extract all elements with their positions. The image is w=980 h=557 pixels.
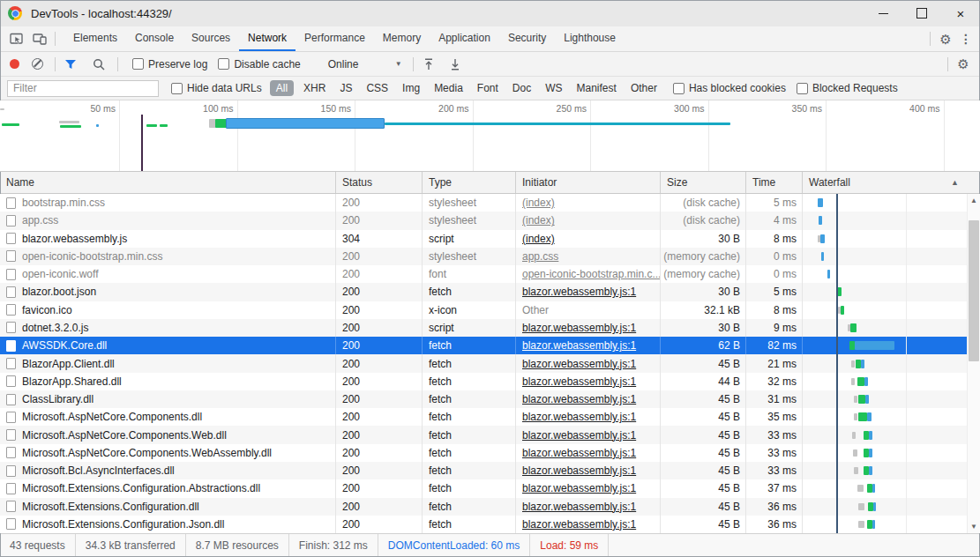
column-header-initiator[interactable]: Initiator [516,172,661,193]
blocked-requests-checkbox[interactable]: Blocked Requests [797,82,898,94]
initiator-link[interactable]: (index) [522,197,555,209]
timeline-gridline [119,100,120,171]
tab-lighthouse[interactable]: Lighthouse [555,26,625,51]
filter-pill-all[interactable]: All [270,80,294,96]
tab-network[interactable]: Network [239,26,295,51]
table-row[interactable]: Microsoft.Extensions.Configuration.Json.… [0,516,980,533]
table-row[interactable]: Microsoft.AspNetCore.Components.WebAssem… [0,444,980,462]
sort-ascending-icon: ▲ [951,178,959,187]
hide-data-urls-checkbox[interactable]: Hide data URLs [171,82,262,94]
scroll-up-button[interactable]: ▲ [968,194,980,207]
initiator-link[interactable]: blazor.webassembly.js:1 [522,447,636,459]
filter-pill-other[interactable]: Other [626,80,662,96]
cell-time: 36 ms [746,498,803,516]
search-button[interactable] [87,54,110,75]
disable-cache-checkbox[interactable]: Disable cache [218,58,300,71]
table-row[interactable]: Microsoft.Bcl.AsyncInterfaces.dll200fetc… [0,462,980,479]
filter-pill-media[interactable]: Media [430,80,468,96]
throttling-select[interactable]: Online ▼ [328,58,402,71]
table-row[interactable]: Microsoft.Extensions.Configuration.Abstr… [0,479,980,497]
cell-waterfall [803,319,980,337]
table-row[interactable]: bootstrap.min.css200stylesheet(index)(di… [0,194,980,212]
more-options-button[interactable]: ⋮ [957,28,980,49]
initiator-link[interactable]: blazor.webassembly.js:1 [522,429,636,442]
column-header-type[interactable]: Type [423,172,516,193]
tab-memory[interactable]: Memory [374,26,430,51]
table-row[interactable]: BlazorApp.Client.dll200fetchblazor.webas… [0,354,980,372]
tab-elements[interactable]: Elements [64,26,126,51]
device-toolbar-button[interactable] [28,28,51,49]
initiator-link[interactable]: (index) [522,214,555,227]
preserve-log-label: Preserve log [148,58,207,71]
clear-button[interactable] [32,58,43,70]
initiator-link[interactable]: blazor.webassembly.js:1 [522,358,636,370]
minimize-button[interactable] [864,0,902,26]
import-har-button[interactable] [417,54,440,75]
column-header-size[interactable]: Size [661,172,746,193]
export-har-button[interactable] [444,54,467,75]
tab-console[interactable]: Console [126,26,183,51]
initiator-link[interactable]: blazor.webassembly.js:1 [522,411,636,423]
scrollbar-thumb[interactable] [969,220,979,361]
status-bar-item: 43 requests [0,534,76,557]
record-button[interactable] [10,59,19,69]
close-button[interactable]: × [941,0,980,26]
table-row[interactable]: blazor.webassembly.js304script(index)30 … [0,230,980,248]
initiator-link[interactable]: blazor.webassembly.js:1 [522,286,636,298]
tab-performance[interactable]: Performance [295,26,374,51]
filter-pill-manifest[interactable]: Manifest [572,80,621,96]
filter-pill-css[interactable]: CSS [362,80,393,96]
table-row[interactable]: Microsoft.AspNetCore.Components.Web.dll2… [0,426,980,443]
cell-status: 200 [336,373,423,390]
filter-pill-doc[interactable]: Doc [508,80,535,96]
table-row[interactable]: BlazorApp.Shared.dll200fetchblazor.webas… [0,373,980,390]
initiator-link[interactable]: blazor.webassembly.js:1 [522,464,636,477]
tab-security[interactable]: Security [499,26,555,51]
column-header-waterfall[interactable]: Waterfall▲ [803,172,980,193]
initiator-link[interactable]: blazor.webassembly.js:1 [522,322,636,334]
table-row[interactable]: open-iconic.woff200fontopen-iconic-boots… [0,265,980,283]
table-row[interactable]: Microsoft.AspNetCore.Components.dll200fe… [0,408,980,426]
filter-pill-font[interactable]: Font [473,80,503,96]
table-row[interactable]: Microsoft.Extensions.Configuration.dll20… [0,498,980,516]
tab-application[interactable]: Application [430,26,499,51]
scroll-down-button[interactable]: ▼ [968,520,980,533]
preserve-log-checkbox[interactable]: Preserve log [132,58,207,71]
column-header-name[interactable]: Name [0,172,336,193]
filter-pill-xhr[interactable]: XHR [299,80,330,96]
file-type-icon [6,429,16,441]
initiator-link[interactable]: blazor.webassembly.js:1 [522,393,636,405]
vertical-scrollbar[interactable]: ▲ ▼ [967,194,980,533]
filter-pill-ws[interactable]: WS [541,80,566,96]
initiator-link[interactable]: open-iconic-bootstrap.min.c... [522,268,661,280]
tab-sources[interactable]: Sources [183,26,239,51]
column-header-status[interactable]: Status [336,172,423,193]
table-row[interactable]: dotnet.3.2.0.js200scriptblazor.webassemb… [0,319,980,337]
table-row[interactable]: favicon.ico200x-iconOther32.1 kB8 ms [0,301,980,319]
table-row[interactable]: blazor.boot.json200fetchblazor.webassemb… [0,283,980,301]
table-row[interactable]: AWSSDK.Core.dll200fetchblazor.webassembl… [0,337,980,354]
initiator-link[interactable]: blazor.webassembly.js:1 [522,518,636,531]
settings-button[interactable]: ⚙ [934,28,957,49]
filter-pill-img[interactable]: Img [398,80,424,96]
initiator-link[interactable]: blazor.webassembly.js:1 [522,501,636,513]
table-row[interactable]: app.css200stylesheet(index)(disk cache)4… [0,212,980,229]
network-overview-timeline[interactable]: 50 ms100 ms150 ms200 ms250 ms300 ms350 m… [0,100,980,172]
initiator-link[interactable]: (index) [522,233,555,245]
filter-toggle-button[interactable] [59,54,82,75]
initiator-link[interactable]: blazor.webassembly.js:1 [522,339,636,352]
cell-type: fetch [423,479,516,497]
table-row[interactable]: ClassLibrary.dll200fetchblazor.webassemb… [0,390,980,408]
network-settings-button[interactable]: ⚙ [952,54,975,75]
filter-pill-js[interactable]: JS [335,80,356,96]
inspect-element-button[interactable] [5,28,28,49]
maximize-button[interactable] [902,0,941,26]
table-row[interactable]: open-iconic-bootstrap.min.css200styleshe… [0,248,980,265]
initiator-link[interactable]: app.css [522,250,558,263]
cell-status: 200 [336,248,423,265]
initiator-link[interactable]: blazor.webassembly.js:1 [522,375,636,388]
has-blocked-cookies-checkbox[interactable]: Has blocked cookies [673,82,786,94]
column-header-time[interactable]: Time [746,172,803,193]
filter-input[interactable] [7,80,159,97]
initiator-link[interactable]: blazor.webassembly.js:1 [522,482,636,494]
